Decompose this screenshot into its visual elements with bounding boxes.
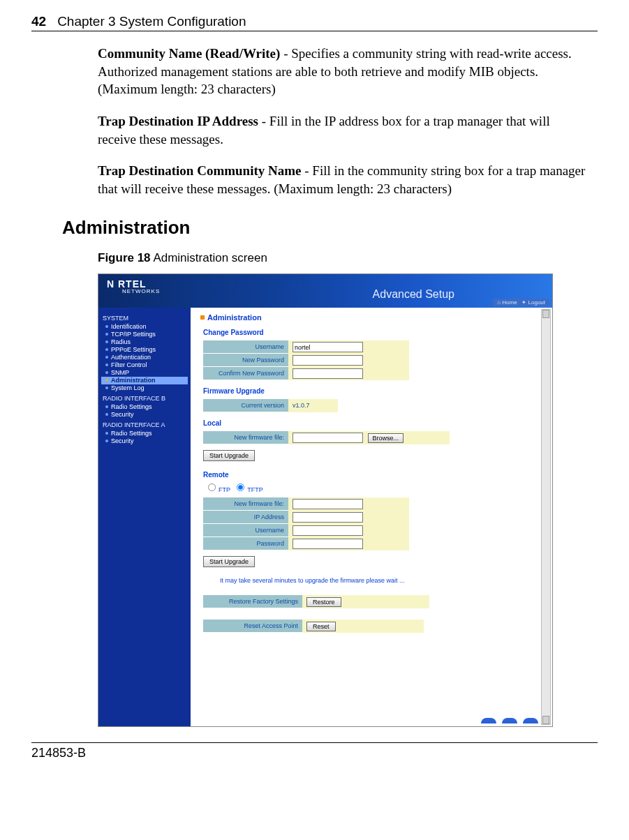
remote-username-label: Username <box>203 524 288 537</box>
sidebar-item-label: Filter Control <box>111 361 147 368</box>
sidebar-item-label: Radio Settings <box>111 403 152 410</box>
new-password-input[interactable] <box>293 355 363 366</box>
sidebar-item-radio-b-settings[interactable]: Radio Settings <box>101 403 191 411</box>
sidebar-item-label: TCP/IP Settings <box>111 331 156 338</box>
browse-button[interactable]: Browse... <box>368 433 404 443</box>
ftp-radio[interactable] <box>208 483 216 491</box>
sidebar-item-tcpip[interactable]: TCP/IP Settings <box>101 331 191 338</box>
confirm-password-input[interactable] <box>293 368 363 379</box>
remote-password-label: Password <box>203 537 288 550</box>
doc-id: 214853-B <box>31 746 598 760</box>
sidebar-item-system-log[interactable]: System Log <box>101 384 191 392</box>
top-link-bar: ⌂ Home ✦ Logout <box>493 299 549 306</box>
para3-bold: Trap Destination Community Name <box>98 163 302 178</box>
confirm-password-label: Confirm New Password <box>203 367 288 380</box>
sidebar-item-label: Administration <box>111 377 156 384</box>
footer-rule <box>31 742 598 743</box>
home-icon: ⌂ <box>497 299 501 306</box>
remote-ip-input[interactable] <box>293 512 363 523</box>
sidebar-item-label: System Log <box>111 384 145 391</box>
local-start-upgrade-button[interactable]: Start Upgrade <box>203 450 255 461</box>
figure-caption: Figure 18 Administration screen <box>98 251 591 265</box>
current-version-row: Current versionv1.0.7 <box>203 399 338 412</box>
figure-number: Figure 18 <box>98 251 151 264</box>
reset-label: Reset Access Point <box>203 620 302 633</box>
chapter-title: Chapter 3 System Configuration <box>57 14 246 29</box>
change-password-form: Username New Password Confirm New Passwo… <box>203 340 409 380</box>
paragraph-community-name: Community Name (Read/Write) - Specifies … <box>98 45 591 98</box>
sidebar-item-authentication[interactable]: Authentication <box>101 354 191 361</box>
username-label: Username <box>203 340 288 354</box>
restore-button[interactable]: Restore <box>306 597 341 607</box>
remote-username-input[interactable] <box>293 525 363 536</box>
logout-icon: ✦ <box>521 299 526 306</box>
footer-decoration <box>481 718 538 723</box>
remote-start-upgrade-button[interactable]: Start Upgrade <box>203 556 255 567</box>
remote-ip-label: IP Address <box>203 511 288 524</box>
sidebar-item-label: PPPoE Settings <box>111 346 156 353</box>
firmware-upgrade-heading: Firmware Upgrade <box>203 387 542 395</box>
new-password-label: New Password <box>203 354 288 367</box>
sidebar-item-pppoe[interactable]: PPPoE Settings <box>101 346 191 354</box>
sidebar-group-radio-a: RADIO INTERFACE A <box>103 421 191 428</box>
home-link[interactable]: Home <box>502 299 517 306</box>
local-firmware-input[interactable] <box>293 433 363 443</box>
section-heading-administration: Administration <box>62 217 598 239</box>
remote-heading: Remote <box>203 471 542 479</box>
paragraph-trap-community: Trap Destination Community Name - Fill i… <box>98 162 591 197</box>
tftp-label: TFTP <box>247 486 263 493</box>
para1-bold: Community Name (Read/Write) <box>98 46 280 61</box>
tftp-radio[interactable] <box>237 483 244 491</box>
banner-title: Advanced Setup <box>373 288 454 301</box>
nortel-logo: N RTEL NETWORKS <box>107 278 160 294</box>
scrollbar[interactable] <box>541 309 551 725</box>
username-input[interactable] <box>293 342 363 352</box>
page-number: 42 <box>31 14 46 29</box>
main-panel: Administration Change Password Username … <box>191 308 552 726</box>
banner: N RTEL NETWORKS Advanced Setup ⌂ Home ✦ … <box>98 274 552 308</box>
remote-form: New firmware file: IP Address Username <box>203 497 409 550</box>
sidebar-item-radio-a-settings[interactable]: Radio Settings <box>101 430 191 437</box>
sidebar-group-system: SYSTEM <box>103 315 191 322</box>
reset-button[interactable]: Reset <box>306 622 336 631</box>
logout-link[interactable]: Logout <box>528 299 545 306</box>
administration-screenshot: N RTEL NETWORKS Advanced Setup ⌂ Home ✦ … <box>98 273 553 727</box>
sidebar-item-identification[interactable]: Identification <box>101 323 191 331</box>
current-version-value: v1.0.7 <box>288 399 338 412</box>
remote-firmware-input[interactable] <box>293 499 363 509</box>
local-firmware-label: New firmware file: <box>203 431 288 444</box>
restore-label: Restore Factory Settings <box>203 595 302 608</box>
sidebar-item-label: Identification <box>111 323 147 330</box>
ftp-label: FTP <box>219 486 230 493</box>
restore-row: Restore Factory Settings Restore <box>203 595 429 608</box>
local-heading: Local <box>203 419 542 427</box>
sidebar: SYSTEM Identification TCP/IP Settings Ra… <box>98 308 191 726</box>
current-version-label: Current version <box>203 399 288 412</box>
para2-bold: Trap Destination IP Address <box>98 114 258 128</box>
sidebar-item-label: Security <box>111 437 134 444</box>
sidebar-item-snmp[interactable]: SNMP <box>101 369 191 377</box>
sidebar-item-label: Radio Settings <box>111 430 152 437</box>
remote-firmware-label: New firmware file: <box>203 497 288 511</box>
sidebar-item-radio-a-security[interactable]: Security <box>101 437 191 445</box>
sidebar-item-label: SNMP <box>111 369 129 376</box>
sidebar-item-administration[interactable]: Administration <box>101 377 188 384</box>
remote-protocol-radio: FTP TFTP <box>203 483 542 493</box>
sidebar-item-label: Radius <box>111 338 131 345</box>
sidebar-item-radio-b-security[interactable]: Security <box>101 411 191 419</box>
page-title: Administration <box>200 313 542 322</box>
figure-title: Administration screen <box>151 251 267 264</box>
sidebar-item-radius[interactable]: Radius <box>101 338 191 346</box>
remote-password-input[interactable] <box>293 539 363 549</box>
local-form: New firmware file: Browse... <box>203 431 450 444</box>
page-header: 42 Chapter 3 System Configuration <box>31 14 598 31</box>
sidebar-item-label: Security <box>111 411 134 418</box>
reset-row: Reset Access Point Reset <box>203 620 424 633</box>
paragraph-trap-ip: Trap Destination IP Address - Fill in th… <box>98 112 591 148</box>
upgrade-wait-note: It may take several minutes to upgrade t… <box>220 577 542 584</box>
sidebar-item-label: Authentication <box>111 354 151 361</box>
change-password-heading: Change Password <box>203 329 542 336</box>
sidebar-group-radio-b: RADIO INTERFACE B <box>103 395 191 402</box>
sidebar-item-filter-control[interactable]: Filter Control <box>101 361 191 369</box>
logo-sub: NETWORKS <box>122 288 160 294</box>
